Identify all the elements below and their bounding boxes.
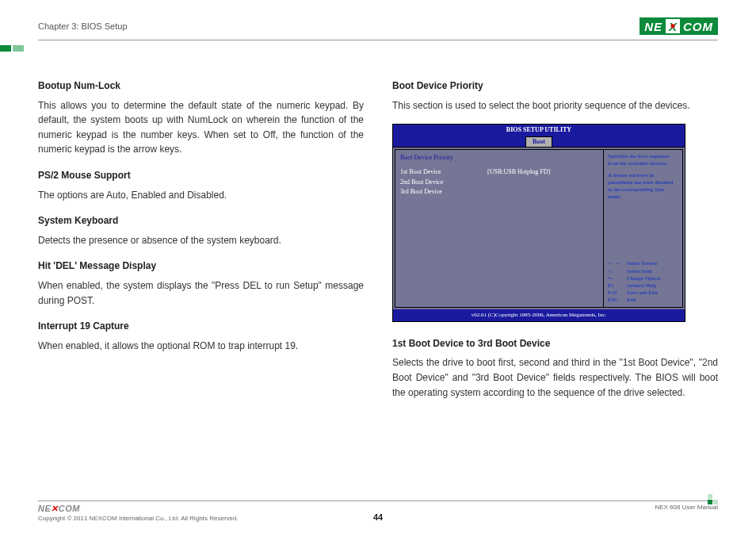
heading-interrupt-19: Interrupt 19 Capture — [38, 319, 364, 334]
heading-system-keyboard: System Keyboard — [38, 213, 364, 228]
body-text: When enabled, it allows the optional ROM… — [38, 339, 364, 354]
body-text: This section is used to select the boot … — [392, 98, 718, 113]
heading-boot-priority: Boot Device Priority — [392, 79, 718, 94]
bios-tab-bar: Boot — [393, 136, 685, 147]
bios-row-3rd: 3rd Boot Device — [400, 187, 598, 197]
bios-help-text: Specifies the boot sequence from the ava… — [608, 153, 678, 167]
left-column: Bootup Num-Lock This allows you to deter… — [38, 79, 364, 405]
bios-value: [USB:USB Hotplug FD] — [487, 167, 550, 177]
bios-label: 2nd Boot Device — [400, 178, 487, 187]
bios-help-pane: Specifies the boot sequence from the ava… — [604, 149, 683, 308]
bios-title: BIOS SETUP UTILITY — [393, 125, 685, 136]
logo-ne: NE — [641, 20, 666, 33]
nexcom-logo: NE X COM — [640, 17, 718, 35]
bios-section-heading: Boot Device Priority — [400, 153, 598, 163]
page-header: Chapter 3: BIOS Setup NE X COM — [38, 17, 718, 40]
body-text: This allows you to determine the default… — [38, 98, 364, 157]
body-text: The options are Auto, Enabled and Disabl… — [38, 188, 364, 203]
bios-copyright: v02.61 (C)Copyright 1985-2006, American … — [393, 309, 685, 321]
bios-screenshot: BIOS SETUP UTILITY Boot Boot Device Prio… — [392, 124, 685, 322]
heading-boot-devices: 1st Boot Device to 3rd Boot Device — [392, 336, 718, 351]
bios-label: 3rd Boot Device — [400, 187, 487, 197]
body-text: Detects the presence or absence of the s… — [38, 233, 364, 248]
bios-help-text: A device enclosed in parenthesis has bee… — [608, 172, 678, 201]
page-number: 44 — [373, 512, 383, 522]
right-column: Boot Device Priority This section is use… — [392, 79, 718, 405]
bios-label: 1st Boot Device — [400, 167, 487, 177]
manual-name: NEX 608 User Manual — [655, 504, 718, 511]
heading-del-message: Hit 'DEL' Message Display — [38, 259, 364, 274]
heading-ps2-mouse: PS/2 Mouse Support — [38, 168, 364, 183]
bios-row-1st: 1st Boot Device [USB:USB Hotplug FD] — [400, 167, 598, 177]
header-accent-icon — [0, 45, 718, 52]
copyright-text: Copyright © 2011 NEXCOM International Co… — [38, 515, 239, 522]
heading-bootup-numlock: Bootup Num-Lock — [38, 79, 364, 94]
content-columns: Bootup Num-Lock This allows you to deter… — [38, 79, 718, 405]
body-text: Selects the drive to boot first, second … — [392, 355, 718, 400]
logo-com: COM — [680, 20, 716, 33]
nexcom-logo-small: NE✕COM — [38, 504, 239, 513]
chapter-title: Chapter 3: BIOS Setup — [38, 21, 128, 31]
footer-accent-icon — [708, 494, 718, 504]
body-text: When enabled, the system displays the "P… — [38, 278, 364, 308]
bios-row-2nd: 2nd Boot Device — [400, 178, 598, 187]
logo-x-icon: X — [666, 17, 680, 35]
bios-key-legend: ← →Select Screen ↑↓Select Item +-Change … — [608, 260, 678, 304]
bios-tab-boot: Boot — [525, 136, 552, 147]
bios-main-pane: Boot Device Priority 1st Boot Device [US… — [395, 149, 604, 308]
